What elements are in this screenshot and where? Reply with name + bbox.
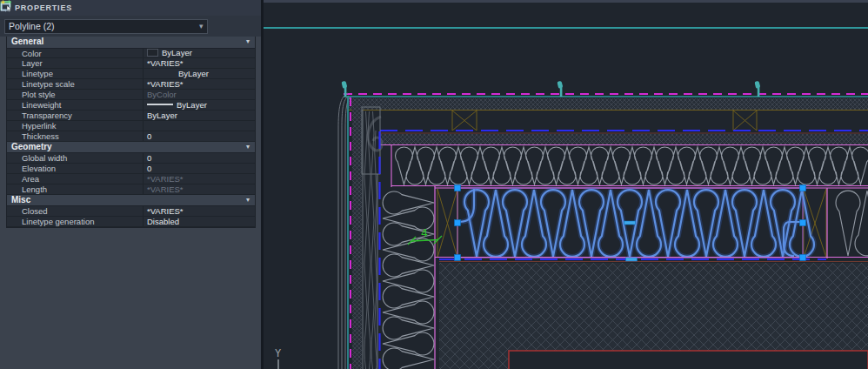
property-value: *VARIES* [143, 184, 255, 194]
section-header-general[interactable]: General▾ [7, 37, 255, 49]
property-value[interactable]: ByLayer [143, 49, 255, 58]
ucs-y-label: Y [275, 347, 282, 359]
selection-grip[interactable] [800, 255, 806, 261]
roof-fastener-clip [341, 81, 347, 97]
property-row: ColorByLayer [7, 49, 255, 59]
board-hatch [380, 134, 868, 144]
property-row: LineweightByLayer [7, 100, 255, 111]
section-label: General [11, 37, 43, 48]
roof-insulation-batt [396, 147, 868, 184]
eave-curve [338, 93, 348, 129]
dimension-line [411, 240, 438, 242]
property-value[interactable]: 0 [143, 153, 255, 163]
palette-toolbar: Polyline (2) ▾ [0, 16, 261, 37]
property-value: *VARIES* [143, 174, 255, 184]
color-swatch [147, 49, 158, 57]
selection-midpoint-grip[interactable] [626, 258, 638, 261]
insulation-batt [836, 191, 868, 256]
slab-opening [509, 351, 868, 369]
property-label: Thickness [7, 131, 143, 141]
model-space[interactable]: 4Y [264, 0, 868, 369]
property-label: Plot style [7, 90, 143, 99]
property-value[interactable]: *VARIES* [143, 79, 255, 89]
property-value[interactable] [143, 121, 255, 131]
drawing-canvas[interactable]: 4Y [261, 0, 868, 369]
property-label: Linetype scale [7, 79, 143, 89]
property-row: TransparencyByLayer [7, 111, 255, 121]
property-label: Global width [7, 153, 143, 163]
section-header-misc[interactable]: Misc▾ [7, 195, 255, 207]
property-value[interactable]: ByLayer [143, 100, 255, 110]
property-label: Elevation [7, 164, 143, 173]
selector-value: Polyline (2) [9, 21, 55, 31]
property-label: Area [7, 174, 143, 184]
lineweight-preview [147, 104, 173, 105]
wood-grain [368, 111, 371, 369]
palette-title: PROPERTIES [15, 3, 72, 12]
autocad-window: PROPERTIES Polyline (2) ▾ [0, 0, 868, 369]
property-label: Lineweight [7, 100, 143, 110]
wood-grain [364, 111, 367, 369]
property-value[interactable]: 0 [143, 164, 255, 173]
joist-cross-brace [733, 111, 757, 131]
collapse-icon[interactable]: ▾ [246, 142, 255, 153]
properties-palette: PROPERTIES Polyline (2) ▾ [0, 0, 261, 369]
property-label: Closed [7, 206, 143, 216]
property-label: Linetype generation [7, 217, 143, 226]
property-row: LinetypeByLayer [7, 69, 255, 79]
object-type-selector[interactable]: Polyline (2) ▾ [4, 19, 208, 34]
chevron-down-icon[interactable]: ▾ [199, 22, 204, 30]
joist-cross-brace [452, 111, 477, 131]
wood-grain [375, 131, 377, 369]
selection-grip[interactable] [800, 185, 806, 191]
property-value[interactable]: *VARIES* [143, 206, 255, 216]
property-row: Closed*VARIES* [7, 206, 255, 217]
selection-grip[interactable] [455, 255, 461, 261]
property-label: Color [7, 49, 143, 58]
property-value[interactable]: *VARIES* [143, 58, 255, 68]
selection-grip[interactable] [455, 185, 461, 191]
property-value[interactable]: 0 [143, 131, 255, 141]
property-row: Global width0 [7, 153, 255, 164]
property-row: Area*VARIES* [7, 174, 255, 184]
properties-grid: General▾ColorByLayerLayer*VARIES*Linetyp… [6, 37, 256, 228]
dimension-value: 4 [421, 226, 428, 239]
property-label: Transparency [7, 111, 143, 120]
property-value[interactable]: Disabled [143, 217, 255, 226]
roof-deck-hatch [348, 98, 868, 110]
section-header-geometry[interactable]: Geometry▾ [7, 142, 255, 154]
quick-select-icon[interactable] [244, 20, 257, 33]
collapse-icon[interactable]: ▾ [246, 195, 255, 206]
roof-fastener-clip [754, 81, 760, 97]
property-label: Hyperlink [7, 121, 143, 131]
pickadd-toggle-icon[interactable] [211, 20, 224, 33]
section-label: Geometry [11, 142, 52, 153]
collapse-icon[interactable]: ▾ [246, 37, 255, 48]
selection-midpoint-grip[interactable] [624, 221, 636, 225]
property-value[interactable]: ByLayer [143, 69, 255, 78]
property-value[interactable]: ByLayer [143, 111, 255, 120]
wall-sheathing-hatch [352, 98, 362, 369]
property-row: Plot styleByColor [7, 90, 255, 100]
palette-titlebar[interactable]: PROPERTIES [0, 0, 261, 16]
property-row: Layer*VARIES* [7, 58, 255, 69]
property-label: Length [7, 184, 143, 194]
property-row: Hyperlink [7, 121, 255, 131]
canvas-top-border [264, 0, 868, 3]
selection-grip[interactable] [800, 220, 806, 226]
property-row: Linetype generationDisabled [7, 217, 255, 227]
property-row: Thickness0 [7, 131, 255, 142]
select-objects-icon[interactable] [227, 20, 240, 33]
property-label: Layer [7, 58, 143, 68]
property-row: Length*VARIES* [7, 184, 255, 195]
property-row: Elevation0 [7, 164, 255, 174]
section-label: Misc [11, 195, 30, 206]
wall-insulation-batt [383, 191, 434, 369]
property-row: Linetype scale*VARIES* [7, 79, 255, 90]
selection-grip[interactable] [455, 220, 461, 226]
property-label: Linetype [7, 69, 143, 78]
property-value: ByColor [143, 90, 255, 99]
